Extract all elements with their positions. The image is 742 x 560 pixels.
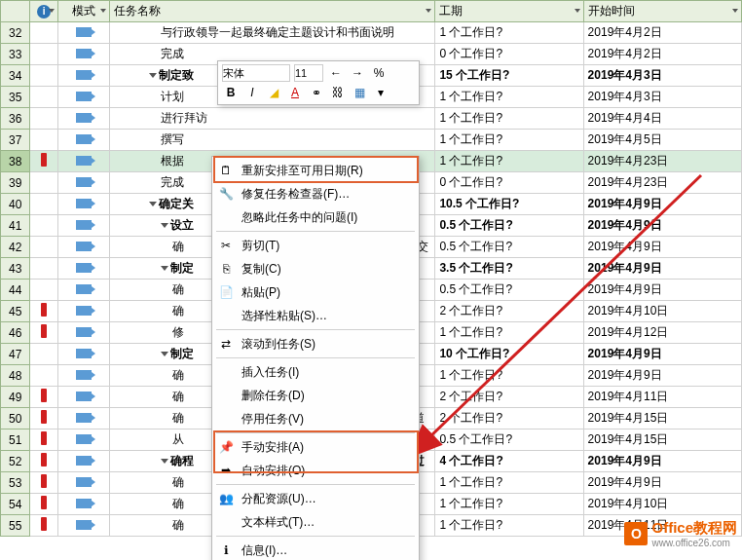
row-number[interactable]: 36 [1,108,30,130]
duration-cell[interactable]: 10.5 个工作日? [435,194,583,215]
start-cell[interactable]: 2019年4月10日 [583,301,741,322]
start-cell[interactable]: 2019年4月11日 [583,387,741,408]
progress-button[interactable]: ▦ [351,84,368,101]
row-number[interactable]: 40 [1,194,30,215]
menu-item[interactable]: ➡自动安排(O) [212,459,419,482]
highlight-button[interactable]: ◢ [265,84,282,101]
duration-cell[interactable]: 15 个工作日? [435,65,583,87]
duration-cell[interactable]: 1 个工作日? [435,515,583,537]
menu-item[interactable]: 插入任务(I) [212,360,419,384]
row-number[interactable]: 47 [1,344,30,365]
more-button[interactable]: ▾ [372,84,390,101]
duration-cell[interactable]: 1 个工作日? [435,108,583,130]
start-cell[interactable]: 2019年4月9日 [583,451,741,472]
row-number[interactable]: 55 [1,515,30,537]
menu-item[interactable]: 选择性粘贴(S)… [212,304,419,327]
duration-cell[interactable]: 0.5 个工作日? [435,215,583,237]
bold-button[interactable]: B [222,84,240,101]
task-name-cell[interactable]: 与行政领导一起最终确定主题设计和书面说明 [109,22,435,44]
row-number[interactable]: 44 [1,280,30,301]
start-cell[interactable]: 2019年4月4日 [583,108,741,130]
font-size-select[interactable] [294,64,323,82]
col-duration[interactable]: 工期 [435,1,583,22]
dropdown-icon[interactable] [731,7,739,15]
row-number[interactable]: 53 [1,472,30,494]
start-cell[interactable]: 2019年4月2日 [583,44,741,65]
link-progress-button[interactable]: % [370,64,388,82]
menu-item[interactable]: ⇄滚动到任务(S) [212,332,419,355]
menu-item[interactable]: 👥分配资源(U)… [212,487,419,510]
row-number[interactable]: 32 [1,22,30,44]
col-indicator[interactable]: i [30,1,57,22]
menu-item[interactable]: ⎘复制(C) [212,257,419,280]
duration-cell[interactable]: 1 个工作日? [435,472,583,494]
table-row[interactable]: 37撰写1 个工作日?2019年4月5日 [1,130,742,151]
row-number[interactable]: 45 [1,301,30,322]
row-number[interactable]: 42 [1,237,30,258]
duration-cell[interactable]: 2 个工作日? [435,301,583,322]
table-row[interactable]: 36进行拜访1 个工作日?2019年4月4日 [1,108,742,130]
col-start[interactable]: 开始时间 [583,1,741,22]
duration-cell[interactable]: 1 个工作日? [435,22,583,44]
font-name-select[interactable] [222,64,290,82]
duration-cell[interactable]: 1 个工作日? [435,87,583,108]
start-cell[interactable]: 2019年4月9日 [583,280,741,301]
duration-cell[interactable]: 0 个工作日? [435,44,583,65]
menu-item[interactable]: 📄粘贴(P) [212,280,419,304]
task-name-cell[interactable]: 撰写 [109,130,435,151]
start-cell[interactable]: 2019年4月9日 [583,194,741,215]
dropdown-icon[interactable] [574,7,581,15]
row-number[interactable]: 51 [1,429,30,451]
collapse-icon[interactable] [149,73,157,78]
start-cell[interactable]: 2019年4月9日 [583,237,741,258]
row-number[interactable]: 33 [1,44,30,65]
row-number[interactable]: 35 [1,87,30,108]
outdent-button[interactable]: ← [327,64,345,82]
menu-item[interactable]: 📌手动安排(A) [212,435,419,459]
italic-button[interactable]: I [243,84,261,101]
dropdown-icon[interactable] [99,7,107,15]
dropdown-icon[interactable] [425,7,432,15]
row-number[interactable]: 49 [1,387,30,408]
duration-cell[interactable]: 2 个工作日? [435,408,583,429]
row-number[interactable]: 38 [1,151,30,172]
menu-item[interactable]: 忽略此任务中的问题(I) [212,205,419,229]
row-number[interactable]: 50 [1,408,30,429]
menu-item[interactable]: 🗒重新安排至可用日期(R) [212,159,419,182]
indent-button[interactable]: → [349,64,366,82]
row-number[interactable]: 52 [1,451,30,472]
menu-item[interactable]: 停用任务(V) [212,407,419,430]
start-cell[interactable]: 2019年4月9日 [583,472,741,494]
duration-cell[interactable]: 0 个工作日? [435,172,583,194]
duration-cell[interactable]: 0.5 个工作日? [435,280,583,301]
collapse-icon[interactable] [161,459,168,464]
menu-item[interactable]: 删除任务(D) [212,384,419,407]
duration-cell[interactable]: 3.5 个工作日? [435,258,583,280]
duration-cell[interactable]: 1 个工作日? [435,494,583,515]
font-color-button[interactable]: A [286,84,304,101]
start-cell[interactable]: 2019年4月15日 [583,408,741,429]
start-cell[interactable]: 2019年4月9日 [583,365,741,387]
col-name[interactable]: 任务名称 [109,1,435,22]
duration-cell[interactable]: 10 个工作日? [435,344,583,365]
duration-cell[interactable]: 0.5 个工作日? [435,429,583,451]
collapse-icon[interactable] [161,266,168,271]
task-name-cell[interactable]: 进行拜访 [109,108,435,130]
start-cell[interactable]: 2019年4月2日 [583,22,741,44]
collapse-icon[interactable] [149,202,157,206]
collapse-icon[interactable] [161,223,168,228]
row-number[interactable]: 41 [1,215,30,237]
col-mode[interactable]: 模式 [57,1,109,22]
start-cell[interactable]: 2019年4月23日 [583,172,741,194]
menu-item[interactable]: 文本样式(T)… [212,510,419,534]
dropdown-icon[interactable] [48,7,56,15]
row-number[interactable]: 48 [1,365,30,387]
table-row[interactable]: 32与行政领导一起最终确定主题设计和书面说明1 个工作日?2019年4月2日 [1,22,742,44]
collapse-icon[interactable] [161,352,168,356]
start-cell[interactable]: 2019年4月3日 [583,65,741,87]
duration-cell[interactable]: 1 个工作日? [435,322,583,344]
duration-cell[interactable]: 4 个工作日? [435,451,583,472]
row-number[interactable]: 46 [1,322,30,344]
duration-cell[interactable]: 1 个工作日? [435,365,583,387]
duration-cell[interactable]: 1 个工作日? [435,151,583,172]
